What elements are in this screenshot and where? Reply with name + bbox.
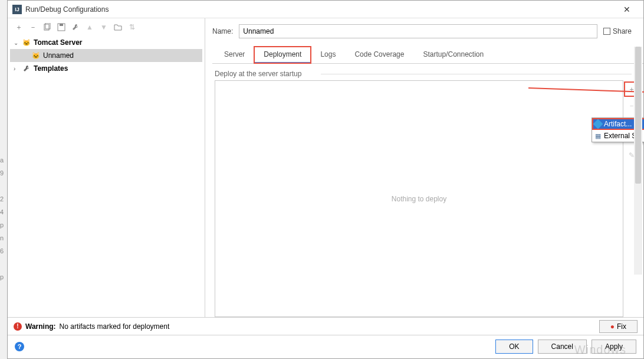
help-icon[interactable]: ? — [15, 342, 24, 351]
share-label: Share — [613, 27, 632, 35]
add-icon[interactable]: ＋ — [14, 22, 24, 32]
wrench-icon — [22, 64, 31, 73]
bulb-icon: ● — [610, 322, 615, 331]
tab-deployment[interactable]: Deployment — [254, 47, 311, 63]
up-icon[interactable]: ▲ — [84, 22, 95, 32]
popup-label: External S — [604, 132, 636, 140]
cancel-button[interactable]: Cancel — [538, 340, 587, 354]
app-icon: IJ — [12, 5, 22, 14]
tabs: Server Deployment Logs Code Coverage Sta… — [212, 47, 643, 64]
popup-label: Artifact... — [604, 120, 632, 128]
fix-button[interactable]: ● Fix — [599, 320, 638, 333]
folder-icon[interactable] — [113, 22, 123, 32]
ok-button[interactable]: OK — [495, 340, 533, 354]
tab-code-coverage[interactable]: Code Coverage — [345, 47, 413, 63]
titlebar: IJ Run/Debug Configurations ✕ — [8, 1, 643, 18]
tree-node-tomcat[interactable]: ⌄ 🐱 Tomcat Server — [10, 36, 202, 49]
config-tree: ⌄ 🐱 Tomcat Server 🐱 Unnamed › Templates — [8, 36, 205, 75]
sidebar: ＋ － ▲ ▼ ⇅ ⌄ 🐱 Tomcat Server 🐱 Unnamed — [8, 18, 205, 317]
name-input[interactable] — [239, 24, 597, 38]
warning-label: Warning: — [25, 322, 56, 331]
tomcat-icon: 🐱 — [31, 51, 41, 60]
tab-server[interactable]: Server — [215, 47, 254, 63]
window-title: Run/Debug Configurations — [25, 5, 615, 14]
wrench-icon[interactable] — [70, 22, 81, 32]
tree-label: Templates — [34, 64, 68, 73]
deploy-empty-text: Nothing to deploy — [392, 195, 446, 203]
sidebar-toolbar: ＋ － ▲ ▼ ⇅ — [8, 22, 205, 36]
chevron-down-icon: ⌄ — [14, 40, 22, 46]
artifact-icon — [593, 119, 603, 129]
sort-icon[interactable]: ⇅ — [127, 22, 137, 32]
chevron-right-icon: › — [14, 66, 22, 72]
tomcat-icon: 🐱 — [22, 38, 31, 47]
svg-rect-3 — [60, 24, 63, 26]
scrollbar[interactable] — [634, 47, 642, 275]
deploy-list: Nothing to deploy — [215, 80, 623, 317]
down-icon[interactable]: ▼ — [98, 22, 109, 32]
apply-button[interactable]: Apply — [592, 340, 636, 354]
remove-icon[interactable]: － — [28, 22, 38, 32]
checkbox-icon — [603, 28, 610, 35]
copy-icon[interactable] — [42, 22, 52, 32]
tree-node-templates[interactable]: › Templates — [10, 62, 202, 75]
run-debug-dialog: IJ Run/Debug Configurations ✕ ＋ － ▲ ▼ ⇅ … — [7, 0, 644, 359]
name-label: Name: — [212, 27, 233, 35]
warning-text: No artifacts marked for deployment — [60, 322, 170, 331]
dialog-buttons: ? OK Cancel Apply — [8, 335, 643, 357]
tree-label: Unnamed — [43, 51, 74, 60]
warning-icon: ! — [14, 322, 22, 331]
tab-logs[interactable]: Logs — [311, 47, 345, 63]
tab-startup-connection[interactable]: Startup/Connection — [413, 47, 493, 63]
tree-label: Tomcat Server — [34, 38, 82, 47]
tree-node-unnamed[interactable]: 🐱 Unnamed — [10, 49, 202, 62]
cropped-edge-text: a924pn6p — [0, 154, 6, 283]
external-icon: ▦ — [594, 132, 602, 139]
save-icon[interactable] — [56, 22, 67, 32]
share-checkbox[interactable]: Share — [603, 27, 632, 35]
close-icon[interactable]: ✕ — [615, 5, 639, 14]
main-panel: Name: Share Server Deployment Logs Code … — [205, 18, 643, 317]
warning-bar: ! Warning: No artifacts marked for deplo… — [8, 317, 643, 335]
deploy-section-label: Deploy at the server startup — [215, 70, 643, 78]
